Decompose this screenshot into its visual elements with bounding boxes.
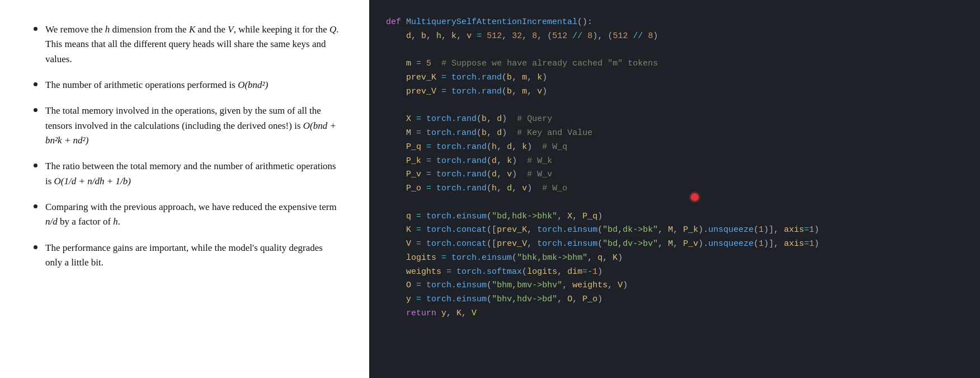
red-dot-indicator [691, 193, 699, 201]
bullet-item-4: The ratio between the total memory and t… [34, 159, 341, 189]
bullet-dot [34, 27, 37, 31]
bullet-dot [34, 245, 37, 249]
bullet-text-6: The performance gains are important, whi… [45, 241, 341, 270]
code-block: def MultiquerySelfAttentionIncremental()… [386, 16, 963, 321]
right-panel: def MultiquerySelfAttentionIncremental()… [369, 0, 980, 378]
bullet-list: We remove the h dimension from the K and… [34, 22, 341, 270]
bullet-item-2: The number of arithmetic operations perf… [34, 78, 341, 92]
bullet-item-6: The performance gains are important, whi… [34, 241, 341, 270]
bullet-text-2: The number of arithmetic operations perf… [45, 78, 268, 92]
bullet-dot [34, 108, 37, 112]
bullet-item-5: Comparing with the previous approach, we… [34, 200, 341, 230]
bullet-text-5: Comparing with the previous approach, we… [45, 200, 341, 230]
bullet-text-1: We remove the h dimension from the K and… [45, 22, 341, 67]
bullet-item-3: The total memory involved in the operati… [34, 104, 341, 148]
left-panel: We remove the h dimension from the K and… [0, 0, 369, 378]
bullet-text-4: The ratio between the total memory and t… [45, 159, 341, 189]
bullet-dot [34, 204, 37, 208]
bullet-dot [34, 164, 37, 167]
bullet-dot [34, 82, 37, 86]
bullet-item-1: We remove the h dimension from the K and… [34, 22, 341, 67]
bullet-text-3: The total memory involved in the operati… [45, 104, 341, 148]
